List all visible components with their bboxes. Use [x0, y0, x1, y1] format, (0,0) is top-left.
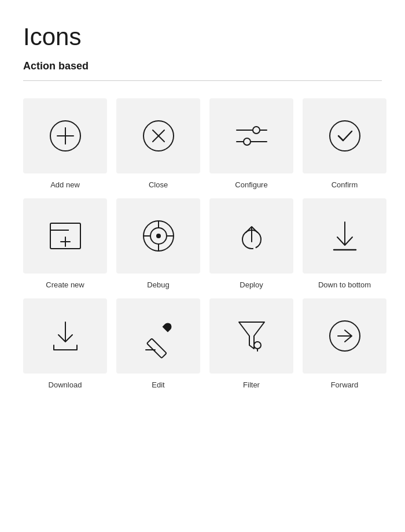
close-item: Close: [116, 98, 200, 189]
filter-icon: [237, 320, 267, 352]
svg-point-10: [330, 121, 360, 151]
edit-icon-box: [116, 298, 200, 374]
edit-item: Edit: [116, 298, 200, 389]
create-new-label: Create new: [46, 280, 84, 289]
edit-label: Edit: [152, 380, 164, 389]
close-icon: [141, 119, 176, 153]
section-title: Action based: [23, 60, 382, 72]
close-icon-box: [116, 98, 200, 173]
close-label: Close: [149, 180, 168, 189]
deploy-item: Deploy: [209, 198, 293, 289]
deploy-icon: [235, 220, 268, 252]
download-icon-box: [23, 298, 107, 374]
svg-rect-26: [146, 338, 166, 358]
add-new-icon: [48, 119, 83, 153]
configure-item: Configure: [209, 98, 293, 189]
filter-label: Filter: [243, 380, 260, 389]
confirm-label: Confirm: [332, 180, 358, 189]
svg-point-8: [253, 127, 260, 134]
forward-label: Forward: [331, 380, 359, 389]
down-to-bottom-label: Down to bottom: [318, 280, 371, 289]
down-to-bottom-icon: [330, 220, 359, 252]
debug-item: Debug: [116, 198, 200, 289]
confirm-icon-box: [303, 98, 386, 173]
configure-icon-box: [209, 98, 293, 173]
debug-icon-box: [116, 198, 200, 274]
deploy-label: Deploy: [240, 280, 263, 289]
create-new-item: Create new: [23, 198, 107, 289]
add-new-label: Add new: [50, 180, 80, 189]
filter-icon-box: [209, 298, 293, 374]
forward-icon-box: [303, 298, 386, 374]
debug-icon: [141, 219, 176, 253]
confirm-item: Confirm: [303, 98, 386, 189]
page-title: Icons: [23, 23, 382, 51]
divider: [23, 80, 382, 81]
debug-label: Debug: [147, 280, 169, 289]
confirm-icon: [327, 119, 362, 153]
down-to-bottom-item: Down to bottom: [303, 198, 386, 289]
download-icon: [49, 320, 82, 352]
create-new-icon-box: [23, 198, 107, 274]
create-new-icon: [48, 221, 83, 251]
configure-icon: [234, 124, 269, 147]
configure-label: Configure: [235, 180, 267, 189]
filter-item: Filter: [209, 298, 293, 389]
download-label: Download: [49, 380, 82, 389]
down-to-bottom-icon-box: [303, 198, 386, 274]
add-new-icon-box: [23, 98, 107, 173]
deploy-icon-box: [209, 198, 293, 274]
forward-item: Forward: [303, 298, 386, 389]
edit-icon: [143, 321, 174, 351]
add-new-item: Add new: [23, 98, 107, 189]
svg-point-9: [244, 138, 251, 145]
download-item: Download: [23, 298, 107, 389]
forward-icon: [327, 319, 362, 353]
svg-point-29: [254, 342, 261, 349]
icon-grid: Add new Close C: [23, 98, 382, 389]
page-container: Icons Action based Add new: [0, 0, 405, 422]
svg-point-17: [156, 234, 161, 238]
